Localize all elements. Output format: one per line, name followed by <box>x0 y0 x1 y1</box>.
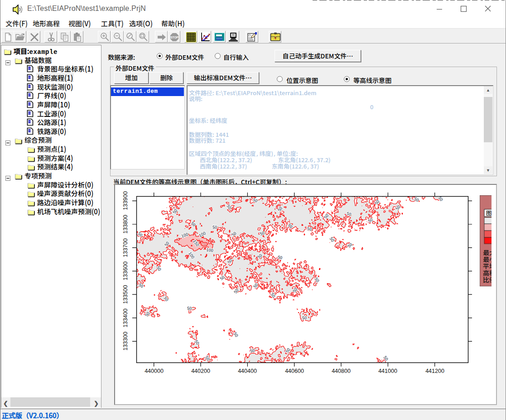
svg-text:440000: 440000 <box>145 368 164 374</box>
svg-text:133800: 133800 <box>122 215 129 234</box>
svg-text:例: 例 <box>489 275 496 284</box>
svg-text:440800: 440800 <box>332 368 351 374</box>
svg-text:440400: 440400 <box>238 368 257 374</box>
svg-text:50: 50 <box>346 241 353 249</box>
svg-text:100: 100 <box>206 246 214 253</box>
svg-text:441000: 441000 <box>378 368 397 374</box>
svg-text:50: 50 <box>277 254 283 261</box>
svg-text:50: 50 <box>212 224 217 230</box>
svg-text:440600: 440600 <box>285 368 304 374</box>
svg-text:50: 50 <box>187 305 192 311</box>
svg-text:50: 50 <box>307 226 312 232</box>
svg-text:133700: 133700 <box>122 238 129 257</box>
svg-text:133900: 133900 <box>122 191 129 210</box>
svg-text:133300: 133300 <box>122 332 129 351</box>
svg-text:441200: 441200 <box>425 368 444 374</box>
svg-text:133400: 133400 <box>122 309 129 328</box>
svg-text:STOP: STOP <box>170 36 178 39</box>
svg-text:50: 50 <box>328 236 336 243</box>
svg-text:50: 50 <box>232 331 240 338</box>
svg-text:50: 50 <box>252 282 260 289</box>
svg-text:图例: 图例 <box>486 208 496 217</box>
svg-text:440200: 440200 <box>191 368 210 374</box>
svg-text:50: 50 <box>250 348 255 354</box>
svg-text:133500: 133500 <box>122 285 129 304</box>
svg-text:133600: 133600 <box>122 261 129 280</box>
svg-text:比: 比 <box>483 275 489 284</box>
svg-text:50: 50 <box>302 315 307 321</box>
